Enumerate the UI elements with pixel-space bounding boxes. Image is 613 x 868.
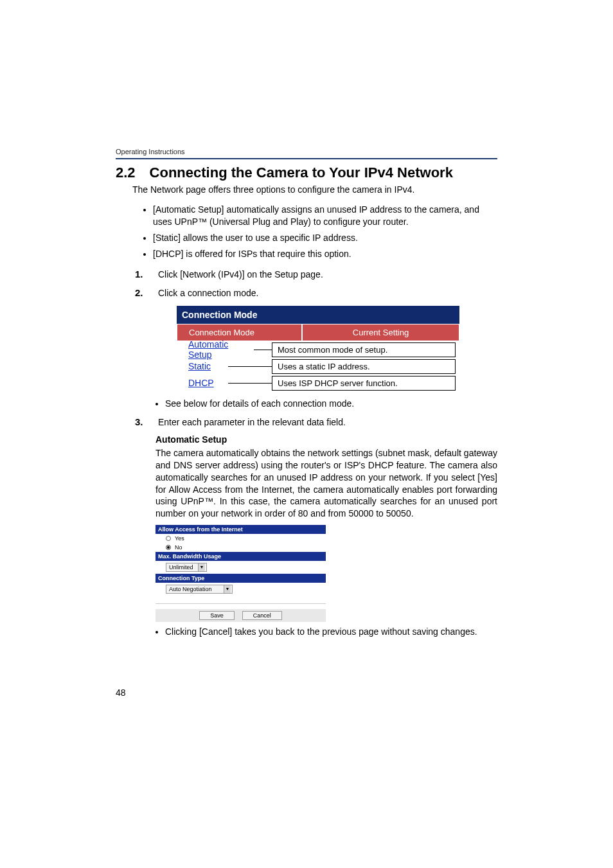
row-static: Static Uses a static IP address. [177, 358, 459, 375]
chevron-down-icon: ▼ [224, 585, 231, 593]
connection-type-value: Auto Negotiation [169, 586, 212, 592]
desc-dhcp: Uses ISP DHCP server function. [272, 376, 456, 391]
connection-mode-figure: Connection Mode Connection Mode Current … [177, 306, 459, 391]
button-bar: Save Cancel [155, 609, 326, 622]
callout-line [228, 366, 272, 367]
link-dhcp[interactable]: DHCP [177, 378, 228, 388]
step-2-number: 2. [135, 287, 149, 299]
radio-yes[interactable]: Yes [155, 534, 326, 543]
callout-line [228, 383, 272, 384]
automatic-setup-body: The camera automatically obtains the net… [155, 448, 497, 518]
step-3-number: 3. [135, 416, 149, 429]
link-automatic-setup[interactable]: Automatic Setup [177, 339, 254, 360]
step-2: 2. Click a connection mode. [135, 287, 497, 299]
section-title: 2.2 Connecting the Camera to Your IPv4 N… [116, 164, 497, 181]
radio-no[interactable]: No [155, 543, 326, 552]
bullet-dhcp: [DHCP] is offered for ISPs that require … [153, 248, 497, 260]
automatic-setup-block: Automatic Setup The camera automatically… [155, 434, 497, 520]
callout-line [254, 350, 272, 350]
automatic-setup-heading: Automatic Setup [155, 434, 497, 446]
connection-mode-panel-title: Connection Mode [177, 306, 459, 324]
chevron-down-icon: ▼ [198, 563, 205, 571]
bullet-automatic-setup: [Automatic Setup] automatically assigns … [153, 204, 497, 228]
step-1: 1. Click [Network (IPv4)] on the Setup p… [135, 269, 497, 281]
header-current-setting: Current Setting [302, 324, 459, 341]
section-connection-type: Connection Type [155, 574, 326, 583]
note-bullets: See below for details of each connection… [145, 398, 497, 410]
step-2-text: Click a connection mode. [158, 287, 497, 299]
radio-icon [166, 536, 171, 541]
step-1-text: Click [Network (IPv4)] on the Setup page… [158, 269, 497, 281]
row-automatic-setup: Automatic Setup Most common mode of setu… [177, 341, 459, 358]
desc-static: Uses a static IP address. [272, 359, 456, 374]
radio-no-label: No [175, 544, 182, 551]
connection-mode-header-row: Connection Mode Current Setting [177, 324, 459, 341]
row-dhcp: DHCP Uses ISP DHCP server function. [177, 375, 459, 391]
intro-paragraph: The Network page offers three options to… [132, 184, 497, 196]
cancel-note: Clicking [Cancel] takes you back to the … [165, 626, 497, 638]
desc-automatic-setup: Most common mode of setup. [272, 342, 456, 357]
cancel-button[interactable]: Cancel [242, 611, 282, 620]
cancel-note-bullets: Clicking [Cancel] takes you back to the … [145, 626, 497, 638]
bandwidth-select[interactable]: Unlimited ▼ [166, 563, 207, 572]
section-number: 2.2 [116, 164, 136, 181]
step-3: 3. Enter each parameter in the relevant … [135, 416, 497, 429]
step-3-text: Enter each parameter in the relevant dat… [158, 416, 497, 429]
running-header: Operating Instructions [116, 148, 497, 159]
link-static[interactable]: Static [177, 361, 228, 371]
header-connection-mode: Connection Mode [177, 324, 302, 341]
bullet-static: [Static] allows the user to use a specif… [153, 232, 497, 244]
step-1-number: 1. [135, 269, 149, 281]
settings-panel-figure: Allow Access from the Internet Yes No Ma… [155, 525, 326, 622]
feature-bullets: [Automatic Setup] automatically assigns … [135, 204, 497, 260]
section-heading: Connecting the Camera to Your IPv4 Netwo… [150, 164, 453, 181]
save-button[interactable]: Save [199, 611, 235, 620]
section-allow-access: Allow Access from the Internet [155, 525, 326, 534]
connection-type-select[interactable]: Auto Negotiation ▼ [166, 585, 233, 594]
bandwidth-value: Unlimited [169, 564, 193, 571]
radio-yes-label: Yes [175, 535, 184, 542]
radio-icon [166, 545, 171, 550]
note-see-below: See below for details of each connection… [165, 398, 497, 410]
section-max-bandwidth: Max. Bandwidth Usage [155, 552, 326, 561]
page-number: 48 [116, 687, 126, 698]
